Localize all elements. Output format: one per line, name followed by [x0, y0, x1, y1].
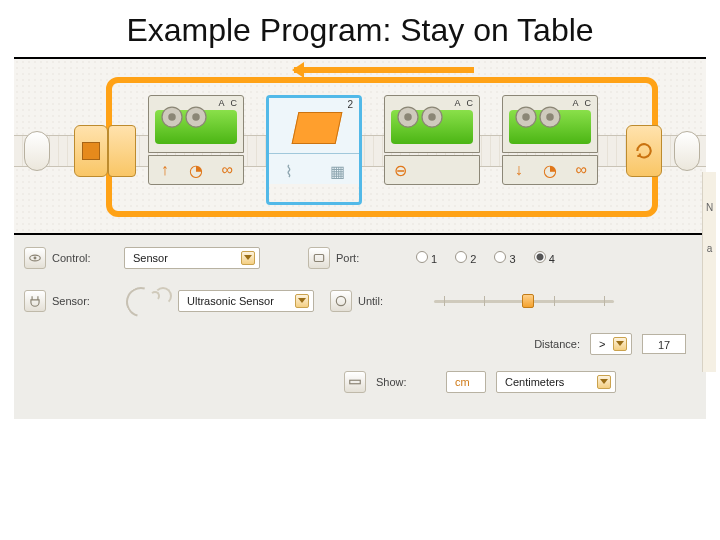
- beam-end-cap: [674, 131, 700, 171]
- config-row-distance: Distance: > 17: [24, 329, 696, 359]
- block-body: A C: [502, 95, 598, 153]
- clipped-sidebar: N a: [702, 172, 716, 372]
- beam-start-cap: [24, 131, 50, 171]
- dropdown-value: Ultrasonic Sensor: [187, 295, 295, 307]
- blank-icon: [455, 162, 471, 178]
- port-indicator: 2: [347, 99, 353, 110]
- svg-point-5: [404, 113, 412, 121]
- infinity-icon: ∞: [219, 162, 235, 178]
- gear-icon: [181, 102, 211, 132]
- chevron-down-icon: [295, 294, 309, 308]
- port-radio-4[interactable]: [534, 251, 546, 263]
- svg-point-1: [168, 113, 176, 121]
- gear-icon: [535, 102, 565, 132]
- slider-tick: [484, 296, 485, 306]
- block-footer: ↓ ◔ ∞: [502, 155, 598, 185]
- svg-point-13: [34, 257, 37, 260]
- stop-icon: ⊖: [393, 162, 409, 178]
- port-indicator: A C: [454, 98, 475, 108]
- svg-rect-16: [350, 380, 361, 384]
- port-radio-2[interactable]: [455, 251, 467, 263]
- slider-tick: [554, 296, 555, 306]
- block-footer: ⌇ ▦: [269, 154, 359, 184]
- port-radio-3[interactable]: [494, 251, 506, 263]
- gear-icon: [417, 102, 447, 132]
- slider-handle[interactable]: [522, 294, 534, 308]
- clipped-text: a: [707, 243, 713, 254]
- control-dropdown[interactable]: Sensor: [124, 247, 260, 269]
- dropdown-value: >: [599, 338, 613, 350]
- loop-arrow-icon: [294, 67, 474, 73]
- clipped-text: N: [706, 202, 713, 213]
- compare-dropdown[interactable]: >: [590, 333, 632, 355]
- svg-point-15: [336, 296, 345, 305]
- dropdown-value: cm: [455, 376, 481, 388]
- dropdown-value: Sensor: [133, 252, 241, 264]
- loop-start-block[interactable]: [108, 125, 136, 177]
- speedometer-icon: ◔: [188, 162, 204, 178]
- move-block-3[interactable]: A C ↓ ◔ ∞: [502, 95, 598, 205]
- down-arrow-icon: ↓: [511, 162, 527, 178]
- block-body: 2: [269, 98, 359, 154]
- port-icon: [308, 247, 330, 269]
- svg-point-11: [546, 113, 554, 121]
- config-row-sensor: Sensor: Ultrasonic Sensor Until:: [24, 281, 696, 321]
- infinity-icon: ∞: [573, 162, 589, 178]
- slider-tick: [444, 296, 445, 306]
- distance-input[interactable]: 17: [642, 334, 686, 354]
- program-canvas[interactable]: A C ↑ ◔ ∞ 2 ⌇ ▦ A C ⊖: [14, 57, 706, 235]
- move-block-2[interactable]: A C ⊖: [384, 95, 480, 205]
- port-label: Port:: [336, 252, 396, 264]
- page-title: Example Program: Stay on Table: [0, 0, 720, 57]
- loop-icon: [634, 141, 654, 161]
- until-slider[interactable]: [434, 292, 614, 310]
- blank-icon: [424, 162, 440, 178]
- until-icon: [330, 290, 352, 312]
- svg-point-7: [428, 113, 436, 121]
- svg-point-9: [522, 113, 530, 121]
- start-glyph-icon: [82, 142, 100, 160]
- up-arrow-icon: ↑: [157, 162, 173, 178]
- grip-icon: ▦: [330, 162, 344, 176]
- control-label: Control:: [52, 252, 118, 264]
- config-row-control: Control: Sensor Port: 1 2 3 4: [24, 243, 696, 273]
- block-footer: ↑ ◔ ∞: [148, 155, 244, 185]
- block-body: A C: [148, 95, 244, 153]
- ultrasonic-dish-icon: [120, 281, 180, 321]
- until-label: Until:: [358, 295, 418, 307]
- wave-icon: ⌇: [285, 162, 299, 176]
- port-radio-1[interactable]: [416, 251, 428, 263]
- config-row-show: Show: cm Centimeters: [344, 367, 696, 397]
- port-option-label: 2: [470, 253, 476, 265]
- wait-sensor-block[interactable]: 2 ⌇ ▦: [266, 95, 362, 205]
- port-option-label: 1: [431, 253, 437, 265]
- svg-rect-14: [314, 255, 323, 262]
- block-body: A C: [384, 95, 480, 153]
- port-radio-group: 1 2 3 4: [416, 251, 555, 265]
- loop-end-block[interactable]: [626, 125, 662, 177]
- ruler-icon: [344, 371, 366, 393]
- eye-icon: [24, 247, 46, 269]
- hourglass-flag-icon: [292, 112, 343, 144]
- config-panel: Control: Sensor Port: 1 2 3 4 Sensor: Ul…: [14, 235, 706, 419]
- plug-icon: [24, 290, 46, 312]
- slider-tick: [604, 296, 605, 306]
- sensor-dropdown[interactable]: Ultrasonic Sensor: [178, 290, 314, 312]
- svg-point-3: [192, 113, 200, 121]
- unit-dropdown[interactable]: Centimeters: [496, 371, 616, 393]
- port-indicator: A C: [218, 98, 239, 108]
- chevron-down-icon: [241, 251, 255, 265]
- port-indicator: A C: [572, 98, 593, 108]
- chevron-down-icon: [613, 337, 627, 351]
- port-option-label: 4: [549, 253, 555, 265]
- speedometer-icon: ◔: [542, 162, 558, 178]
- show-label: Show:: [376, 376, 436, 388]
- unit-short-dropdown[interactable]: cm: [446, 371, 486, 393]
- start-block[interactable]: [74, 125, 108, 177]
- move-block-1[interactable]: A C ↑ ◔ ∞: [148, 95, 244, 205]
- port-option-label: 3: [509, 253, 515, 265]
- distance-label: Distance:: [534, 338, 580, 350]
- block-footer: ⊖: [384, 155, 480, 185]
- chevron-down-icon: [597, 375, 611, 389]
- dropdown-value: Centimeters: [505, 376, 597, 388]
